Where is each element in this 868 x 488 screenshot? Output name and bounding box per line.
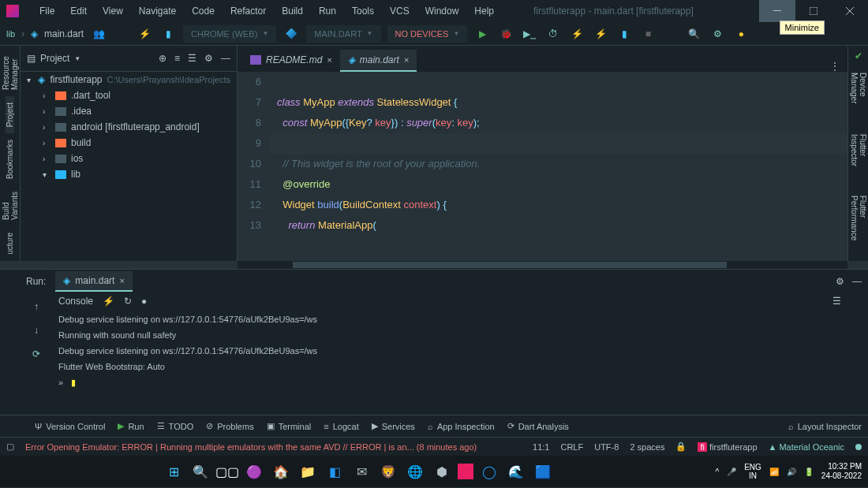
- taskbar-search-icon[interactable]: 🔍: [189, 460, 211, 482]
- menu-tools[interactable]: Tools: [344, 6, 382, 17]
- hide-panel-icon[interactable]: —: [221, 53, 230, 64]
- status-line-ending[interactable]: CRLF: [560, 442, 583, 452]
- search-icon[interactable]: 🔍: [685, 25, 702, 43]
- window-close-button[interactable]: [832, 0, 868, 22]
- tree-folder-lib[interactable]: ▾lib: [21, 166, 237, 182]
- editor-horizontal-scrollbar[interactable]: [238, 261, 847, 269]
- status-process-indicator-icon[interactable]: [855, 444, 862, 450]
- rail-flutter-performance[interactable]: Flutter Performance: [850, 189, 867, 261]
- status-encoding[interactable]: UTF-8: [594, 442, 619, 452]
- inspection-ok-icon[interactable]: ✔: [855, 46, 862, 66]
- settings-gear-icon[interactable]: ⚙: [709, 25, 726, 43]
- coverage-icon[interactable]: ▶⎯: [521, 25, 538, 43]
- console-cursor[interactable]: ▮: [71, 374, 76, 390]
- expand-all-icon[interactable]: ≡: [174, 53, 180, 64]
- device-icon[interactable]: ▮: [159, 25, 177, 43]
- bt-dart-analysis[interactable]: ⟳Dart Analysis: [507, 421, 569, 431]
- taskbar-androidstudio-icon[interactable]: [458, 464, 473, 479]
- attach-debugger-icon[interactable]: ▮: [615, 25, 633, 43]
- bt-logcat[interactable]: ≡Logcat: [324, 422, 358, 431]
- tab-readme[interactable]: README.md×: [242, 50, 340, 72]
- tray-language[interactable]: ENGIN: [744, 463, 761, 480]
- avatar-icon[interactable]: ●: [732, 25, 750, 43]
- rail-bookmarks[interactable]: Bookmarks: [6, 133, 14, 185]
- tree-root[interactable]: ▾ ◈ firstfluterapp C:\Users\Prayansh\Ide…: [21, 72, 237, 88]
- select-opened-icon[interactable]: ⊕: [159, 53, 166, 64]
- status-error-msg[interactable]: Error Opening Emulator: ERROR | Running …: [25, 442, 477, 452]
- status-window-icon[interactable]: ▢: [6, 441, 14, 452]
- close-tab-icon[interactable]: ×: [327, 55, 331, 65]
- tray-mic-icon[interactable]: 🎤: [727, 468, 736, 476]
- bt-todo[interactable]: ☰TODO: [157, 421, 194, 431]
- rail-project[interactable]: Project: [6, 96, 14, 133]
- taskbar-taskview-icon[interactable]: ▢▢: [216, 460, 238, 482]
- status-line-col[interactable]: 11:1: [533, 442, 549, 452]
- menu-run[interactable]: Run: [311, 6, 344, 17]
- window-minimize-button[interactable]: [759, 0, 795, 22]
- taskbar-app-icon[interactable]: 🟦: [532, 460, 554, 482]
- rail-flutter-inspector[interactable]: Flutter Inspector: [850, 128, 867, 189]
- menu-build[interactable]: Build: [274, 6, 311, 17]
- profile-icon[interactable]: ⏱: [544, 25, 562, 43]
- run-minimize-icon[interactable]: —: [852, 276, 862, 287]
- taskbar-app-icon[interactable]: 🟣: [243, 460, 265, 482]
- target-dropdown[interactable]: NO DEVICES▼: [387, 25, 468, 43]
- bt-problems[interactable]: ⊘Problems: [206, 421, 253, 431]
- debug-icon[interactable]: 🐞: [497, 25, 514, 43]
- taskbar-vscode-icon[interactable]: ◧: [324, 460, 346, 482]
- code-editor[interactable]: 6 7 8 9 10 11 12 13 class MyApp extends …: [238, 72, 847, 261]
- status-lock-icon[interactable]: 🔒: [675, 441, 687, 452]
- close-run-tab-icon[interactable]: ×: [119, 276, 124, 285]
- collapse-all-icon[interactable]: ☰: [188, 53, 196, 64]
- reload-icon[interactable]: ↻: [124, 296, 132, 307]
- tray-chevron-icon[interactable]: ^: [715, 468, 719, 476]
- hot-restart-icon[interactable]: ⚡: [592, 25, 609, 43]
- tree-folder-android[interactable]: ›android [firstfluterapp_android]: [21, 119, 237, 135]
- users-icon[interactable]: 👥: [90, 25, 107, 43]
- menu-window[interactable]: Window: [417, 6, 467, 17]
- status-theme[interactable]: ▲ Material Oceanic: [769, 442, 845, 452]
- menu-file[interactable]: File: [32, 6, 62, 17]
- options-gear-icon[interactable]: ⚙: [204, 53, 213, 64]
- cloud-icon[interactable]: ●: [141, 296, 147, 307]
- run-config-dropdown[interactable]: MAIN.DART▼: [306, 25, 380, 43]
- rail-structure[interactable]: ucture: [6, 226, 14, 261]
- console-tab[interactable]: Console ⚡ ↻ ● ☰: [58, 296, 841, 307]
- editor-more-icon[interactable]: ⋮: [822, 61, 847, 72]
- breadcrumb-folder[interactable]: lib: [6, 29, 15, 39]
- bt-layout-inspector[interactable]: ⌕Layout Inspector: [788, 422, 862, 431]
- window-maximize-button[interactable]: [795, 0, 832, 22]
- bt-run[interactable]: ▶Run: [118, 421, 144, 431]
- project-tree[interactable]: ▾ ◈ firstfluterapp C:\Users\Prayansh\Ide…: [21, 72, 237, 261]
- tree-folder-idea[interactable]: ›.idea: [21, 103, 237, 119]
- breadcrumb-file[interactable]: main.dart: [44, 28, 84, 39]
- flash-icon[interactable]: ⚡: [103, 296, 114, 307]
- rail-resource-manager[interactable]: Resource Manager: [2, 46, 19, 96]
- tray-battery-icon[interactable]: 🔋: [804, 468, 814, 476]
- rail-build-variants[interactable]: Build Variants: [2, 185, 19, 226]
- menu-vcs[interactable]: VCS: [382, 6, 417, 17]
- hot-reload-icon[interactable]: ⚡: [568, 25, 586, 43]
- tab-main-dart[interactable]: ◈main.dart×: [340, 50, 417, 72]
- taskbar-start-icon[interactable]: ⊞: [163, 460, 185, 482]
- attach-icon[interactable]: ⚡: [136, 25, 153, 43]
- status-project-widget[interactable]: fi firstfluterapp: [698, 442, 757, 452]
- taskbar-mail-icon[interactable]: ✉: [350, 460, 372, 482]
- rail-device-manager[interactable]: Device Manager: [850, 66, 867, 128]
- taskbar-explorer-icon[interactable]: 📁: [297, 460, 319, 482]
- bt-terminal[interactable]: ▣Terminal: [267, 421, 312, 431]
- run-tab[interactable]: ◈ main.dart ×: [55, 271, 132, 292]
- menu-navigate[interactable]: Navigate: [131, 6, 184, 17]
- tree-folder-ios[interactable]: ›ios: [21, 151, 237, 166]
- up-stack-icon[interactable]: ↑: [28, 299, 44, 315]
- menu-refactor[interactable]: Refactor: [223, 6, 274, 17]
- stop-icon[interactable]: ■: [639, 25, 657, 43]
- bt-services[interactable]: ▶Services: [372, 421, 415, 431]
- bt-app-inspection[interactable]: ⌕App Inspection: [428, 422, 495, 431]
- project-view-dropdown[interactable]: ▤ Project ▼: [27, 53, 80, 64]
- menu-view[interactable]: View: [95, 6, 131, 17]
- run-button-icon[interactable]: ▶: [473, 25, 491, 43]
- menu-help[interactable]: Help: [466, 6, 502, 17]
- taskbar-brave-icon[interactable]: 🦁: [377, 460, 399, 482]
- layout-icon[interactable]: ☰: [832, 296, 841, 307]
